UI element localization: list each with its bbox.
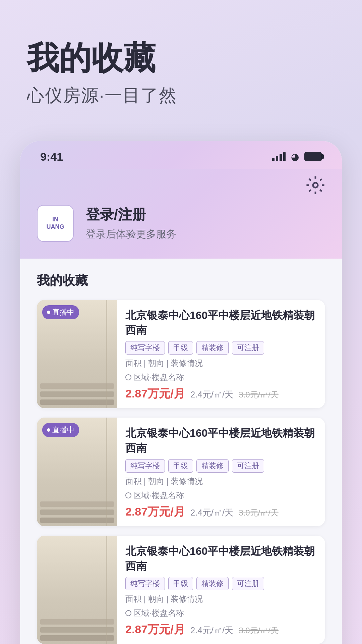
phone-mockup: 9:41 ◕ IN UANG [20, 141, 342, 644]
wifi-icon: ◕ [291, 151, 299, 162]
live-badge: 直播中 [42, 423, 79, 437]
card-title: 北京银泰中心160平中楼层近地铁精装朝西南 [125, 426, 317, 456]
user-section[interactable]: IN UANG 登录/注册 登录后体验更多服务 [37, 205, 325, 242]
card-tag: 纯写字楼 [125, 459, 165, 473]
page-header: 我的收藏 心仪房源·一目了然 [0, 0, 362, 127]
card-meta: 面积 | 朝向 | 装修情况 [125, 476, 317, 487]
property-card[interactable]: 北京银泰中心160平中楼层近地铁精装朝西南纯写字楼甲级精装修可注册面积 | 朝向… [37, 536, 325, 644]
settings-row [37, 175, 325, 195]
phone-content: 我的收藏 直播中 北京银泰中心160平中楼层近地铁精装朝西南纯写字楼甲级精装修可… [20, 259, 342, 644]
card-price: 2.87万元/月 2.4元/㎡/天 3.0元/㎡/天 [125, 386, 317, 401]
price-per: 2.4元/㎡/天 [190, 507, 234, 519]
card-location: 区域·楼盘名称 [125, 608, 317, 619]
status-bar: 9:41 ◕ [20, 141, 342, 169]
property-list: 直播中 北京银泰中心160平中楼层近地铁精装朝西南纯写字楼甲级精装修可注册面积 … [37, 300, 325, 644]
card-info: 北京银泰中心160平中楼层近地铁精装朝西南纯写字楼甲级精装修可注册面积 | 朝向… [117, 418, 325, 526]
card-image: 直播中 [37, 300, 117, 409]
price-main: 2.87万元/月 [125, 386, 185, 401]
card-tag: 纯写字楼 [125, 341, 165, 355]
card-price: 2.87万元/月 2.4元/㎡/天 3.0元/㎡/天 [125, 504, 317, 520]
svg-point-0 [313, 182, 318, 187]
card-title: 北京银泰中心160平中楼层近地铁精装朝西南 [125, 308, 317, 338]
card-tag: 可注册 [232, 459, 264, 473]
card-tag: 可注册 [232, 341, 264, 355]
login-title: 登录/注册 [86, 205, 176, 224]
price-original: 3.0元/㎡/天 [239, 389, 279, 400]
avatar-text: IN UANG [47, 216, 64, 230]
login-subtitle: 登录后体验更多服务 [86, 227, 176, 241]
price-main: 2.87万元/月 [125, 622, 185, 637]
card-tag: 精装修 [196, 459, 229, 473]
card-tags: 纯写字楼甲级精装修可注册 [125, 577, 317, 590]
price-original: 3.0元/㎡/天 [239, 625, 279, 636]
card-title: 北京银泰中心160平中楼层近地铁精装朝西南 [125, 544, 317, 574]
price-original: 3.0元/㎡/天 [239, 507, 279, 518]
user-avatar: IN UANG [37, 205, 74, 242]
property-card[interactable]: 直播中 北京银泰中心160平中楼层近地铁精装朝西南纯写字楼甲级精装修可注册面积 … [37, 300, 325, 409]
card-tag: 精装修 [196, 577, 229, 590]
card-info: 北京银泰中心160平中楼层近地铁精装朝西南纯写字楼甲级精装修可注册面积 | 朝向… [117, 536, 325, 644]
signal-icon [272, 152, 286, 161]
card-tag: 纯写字楼 [125, 577, 165, 590]
card-image [37, 536, 117, 644]
card-meta: 面积 | 朝向 | 装修情况 [125, 358, 317, 369]
live-badge: 直播中 [42, 305, 79, 319]
price-per: 2.4元/㎡/天 [190, 625, 234, 636]
location-icon [125, 374, 131, 380]
phone-top-area: IN UANG 登录/注册 登录后体验更多服务 [20, 169, 342, 259]
user-info: 登录/注册 登录后体验更多服务 [86, 205, 176, 241]
card-location: 区域·楼盘名称 [125, 490, 317, 501]
property-card[interactable]: 直播中 北京银泰中心160平中楼层近地铁精装朝西南纯写字楼甲级精装修可注册面积 … [37, 418, 325, 526]
card-tags: 纯写字楼甲级精装修可注册 [125, 459, 317, 473]
card-tag: 精装修 [196, 341, 229, 355]
price-per: 2.4元/㎡/天 [190, 389, 234, 400]
card-meta: 面积 | 朝向 | 装修情况 [125, 594, 317, 604]
favorites-section-title: 我的收藏 [37, 272, 325, 289]
card-tag: 甲级 [168, 459, 193, 473]
card-price: 2.87万元/月 2.4元/㎡/天 3.0元/㎡/天 [125, 622, 317, 637]
card-info: 北京银泰中心160平中楼层近地铁精装朝西南纯写字楼甲级精装修可注册面积 | 朝向… [117, 300, 325, 409]
card-location: 区域·楼盘名称 [125, 372, 317, 383]
card-tag: 甲级 [168, 341, 193, 355]
status-time: 9:41 [40, 150, 63, 163]
card-tag: 甲级 [168, 577, 193, 590]
battery-icon [304, 152, 322, 161]
settings-icon[interactable] [306, 175, 325, 195]
card-tags: 纯写字楼甲级精装修可注册 [125, 341, 317, 355]
page-subtitle: 心仪房源·一目了然 [27, 84, 335, 107]
page-title: 我的收藏 [27, 40, 335, 76]
location-icon [125, 610, 131, 616]
location-icon [125, 492, 131, 498]
price-main: 2.87万元/月 [125, 504, 185, 520]
status-icons: ◕ [272, 151, 322, 162]
card-tag: 可注册 [232, 577, 264, 590]
card-image: 直播中 [37, 418, 117, 526]
